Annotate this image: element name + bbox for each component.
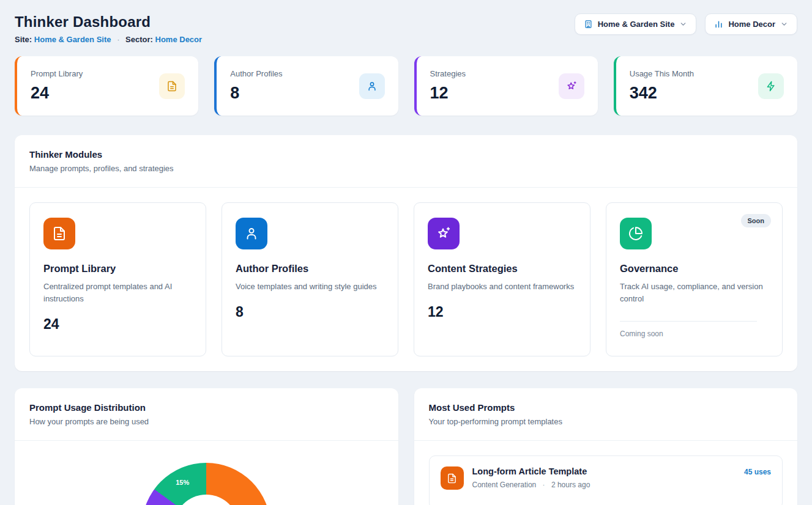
usage-title: Prompt Usage Distribution [29, 402, 384, 413]
dashboard-page: Thinker Dashboard Site: Home & Garden Si… [0, 0, 812, 505]
document-icon [441, 466, 464, 490]
person-icon [236, 218, 267, 249]
bar-chart-icon [714, 20, 723, 29]
stat-label: Author Profiles [230, 69, 282, 78]
prompt-time: 2 hours ago [551, 481, 590, 489]
stat-text: Prompt Library 24 [31, 69, 83, 103]
stat-value: 8 [230, 84, 282, 103]
prompts-header: Most Used Prompts Your top-performing pr… [414, 388, 798, 440]
modules-header: Thinker Modules Manage prompts, profiles… [15, 135, 797, 187]
stat-card-strategies: Strategies 12 [414, 56, 598, 116]
thinker-modules-panel: Thinker Modules Manage prompts, profiles… [15, 135, 797, 371]
stat-label: Prompt Library [31, 69, 83, 78]
module-count: 12 [428, 304, 576, 320]
breadcrumb: Site: Home & Garden Site · Sector: Home … [15, 35, 202, 44]
modules-title: Thinker Modules [29, 149, 783, 160]
pie-chart-icon [620, 218, 652, 249]
divider [620, 321, 757, 322]
header: Thinker Dashboard Site: Home & Garden Si… [15, 13, 797, 44]
bottom-row: Prompt Usage Distribution How your promp… [15, 388, 797, 505]
stat-card-usage: Usage This Month 342 [614, 56, 797, 116]
module-description: Voice templates and writing style guides [236, 281, 384, 293]
module-description: Centralized prompt templates and AI inst… [43, 281, 192, 305]
prompt-title: Long-form Article Template [472, 466, 590, 476]
stat-text: Author Profiles 8 [230, 69, 282, 103]
page-title: Thinker Dashboard [15, 13, 202, 31]
donut-chart: 15% [142, 463, 270, 505]
prompt-meta: Content Generation · 2 hours ago [472, 481, 590, 489]
prompts-subtitle: Your top-performing prompt templates [429, 417, 783, 426]
modules-grid: Prompt Library Centralized prompt templa… [15, 188, 797, 371]
prompts-title: Most Used Prompts [429, 402, 783, 413]
chevron-down-icon [780, 20, 788, 28]
separator-dot: · [117, 35, 119, 44]
prompt-list-item[interactable]: Long-form Article Template Content Gener… [429, 455, 783, 505]
separator-dot: · [543, 481, 545, 489]
modules-subtitle: Manage prompts, profiles, and strategies [29, 164, 783, 173]
usage-header: Prompt Usage Distribution How your promp… [15, 388, 398, 440]
most-used-prompts-panel: Most Used Prompts Your top-performing pr… [414, 388, 798, 505]
module-title: Governance [620, 263, 769, 275]
module-card-prompt-library[interactable]: Prompt Library Centralized prompt templa… [29, 202, 206, 356]
stat-value: 342 [630, 84, 694, 103]
stat-text: Strategies 12 [430, 69, 466, 103]
document-icon [159, 73, 185, 99]
donut-segment-label: 15% [176, 479, 189, 486]
site-selector-label: Home & Garden Site [598, 20, 675, 29]
module-card-author-profiles[interactable]: Author Profiles Voice templates and writ… [222, 202, 398, 356]
person-icon [359, 73, 385, 99]
module-card-content-strategies[interactable]: Content Strategies Brand playbooks and c… [414, 202, 590, 356]
sparkle-star-icon [428, 218, 460, 249]
document-icon [43, 218, 75, 249]
site-label: Site: [15, 35, 32, 44]
stat-label: Strategies [430, 69, 466, 78]
module-count: 24 [43, 316, 192, 333]
sector-selector-button[interactable]: Home Decor [705, 13, 797, 35]
header-left: Thinker Dashboard Site: Home & Garden Si… [15, 13, 202, 44]
prompts-list: Long-form Article Template Content Gener… [414, 441, 798, 505]
site-link[interactable]: Home & Garden Site [34, 35, 111, 44]
module-count: 8 [236, 304, 384, 320]
module-description: Track AI usage, compliance, and version … [620, 281, 769, 305]
lightning-icon [758, 73, 784, 99]
stat-label: Usage This Month [630, 69, 694, 78]
prompt-text: Long-form Article Template Content Gener… [472, 465, 590, 489]
prompt-uses-badge: 45 uses [744, 468, 771, 476]
site-selector-button[interactable]: Home & Garden Site [575, 13, 697, 35]
module-card-governance[interactable]: Soon Governance Track AI usage, complian… [606, 202, 783, 356]
stat-text: Usage This Month 342 [630, 69, 694, 103]
module-title: Prompt Library [43, 263, 192, 275]
sparkle-star-icon [559, 73, 584, 99]
sector-selector-label: Home Decor [728, 20, 775, 29]
usage-subtitle: How your prompts are being used [29, 417, 384, 426]
prompt-usage-panel: Prompt Usage Distribution How your promp… [15, 388, 398, 505]
module-title: Author Profiles [236, 263, 384, 275]
stats-row: Prompt Library 24 Author Profiles 8 Stra… [15, 56, 797, 116]
chart-area: 15% [15, 441, 398, 505]
stat-card-prompt-library: Prompt Library 24 [15, 56, 198, 116]
sector-label: Sector: [125, 35, 153, 44]
building-icon [584, 20, 593, 29]
stat-card-author-profiles: Author Profiles 8 [214, 56, 398, 116]
coming-soon-text: Coming soon [620, 330, 769, 338]
stat-value: 24 [31, 84, 83, 103]
module-description: Brand playbooks and content frameworks [428, 281, 576, 293]
module-title: Content Strategies [428, 263, 576, 275]
header-selectors: Home & Garden Site Home Decor [575, 13, 797, 35]
chevron-down-icon [679, 20, 687, 28]
sector-link[interactable]: Home Decor [155, 35, 203, 44]
stat-value: 12 [430, 84, 466, 103]
soon-badge: Soon [741, 214, 772, 227]
prompt-category: Content Generation [472, 481, 537, 489]
